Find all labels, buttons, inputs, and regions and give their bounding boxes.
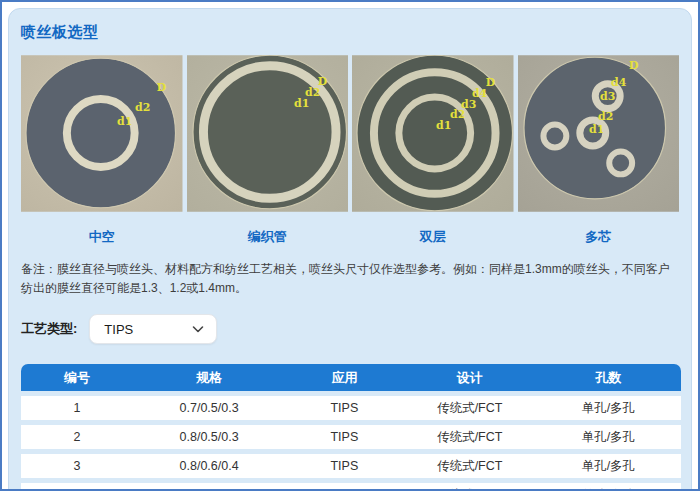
caption-double-layer: 双层 xyxy=(352,228,514,246)
annotation-D: D xyxy=(486,76,496,89)
app-frame: 喷丝板选型 D d2 d1 xyxy=(0,0,700,491)
col-header-holes: 孔数 xyxy=(536,369,681,387)
spinneret-photo-multi-core: D d4 d3 d2 d1 xyxy=(518,55,680,212)
annotation-d4: d4 xyxy=(611,76,627,89)
caption-hollow: 中空 xyxy=(21,228,183,246)
cell-design: 传统式/FCT xyxy=(404,487,536,491)
page-title: 喷丝板选型 xyxy=(21,23,679,42)
spinneret-gallery: D d2 d1 D d2 d1 xyxy=(21,55,679,212)
annotation-d1: d1 xyxy=(294,97,309,110)
caption-multi-core: 多芯 xyxy=(518,228,680,246)
cell-spec: 0.7/0.5/0.3 xyxy=(133,401,285,415)
caption-braided: 编织管 xyxy=(187,228,349,246)
cell-number: 3 xyxy=(21,459,133,473)
cell-holes: 单孔/多孔 xyxy=(536,429,681,446)
col-header-design: 设计 xyxy=(404,369,536,387)
cell-spec: 0.8/0.6/0.4 xyxy=(133,459,285,473)
table-row: 2 0.8/0.5/0.3 TIPS 传统式/FCT 单孔/多孔 xyxy=(21,425,681,449)
col-header-application: 应用 xyxy=(285,369,404,387)
spinneret-photo-hollow: D d2 d1 xyxy=(21,55,183,212)
annotation-d3: d3 xyxy=(600,90,615,103)
table-row: 4 1.0/0.8/0.5 TIPS 传统式/FCT 单孔/多孔 xyxy=(21,483,681,491)
spinneret-photo-double-layer: D d4 d3 d2 d1 xyxy=(352,55,514,212)
annotation-d2: d2 xyxy=(598,110,613,123)
cell-spec: 0.8/0.5/0.3 xyxy=(133,430,285,444)
spinneret-photo-braided: D d2 d1 xyxy=(187,55,349,212)
cell-number: 1 xyxy=(21,401,133,415)
annotation-d2: d2 xyxy=(135,101,150,114)
col-header-number: 编号 xyxy=(21,369,133,387)
cell-design: 传统式/FCT xyxy=(404,458,536,475)
gallery-captions: 中空 编织管 双层 多芯 xyxy=(21,228,679,246)
content-panel: 喷丝板选型 D d2 d1 xyxy=(8,8,692,491)
spec-table: 编号 规格 应用 设计 孔数 1 0.7/0.5/0.3 TIPS 传统式/FC… xyxy=(21,364,681,491)
annotation-D: D xyxy=(157,81,167,94)
cell-holes: 单孔/多孔 xyxy=(536,487,681,491)
table-row: 3 0.8/0.6/0.4 TIPS 传统式/FCT 单孔/多孔 xyxy=(21,454,681,478)
col-header-spec: 规格 xyxy=(133,369,285,387)
annotation-d1: d1 xyxy=(436,119,451,132)
cell-application: TIPS xyxy=(285,401,404,415)
process-type-row: 工艺类型: TIPS xyxy=(21,314,679,344)
cell-design: 传统式/FCT xyxy=(404,400,536,417)
cell-holes: 单孔/多孔 xyxy=(536,458,681,475)
cell-application: TIPS xyxy=(285,459,404,473)
annotation-D: D xyxy=(628,59,638,72)
cell-design: 传统式/FCT xyxy=(404,429,536,446)
annotation-d1: d1 xyxy=(589,123,604,136)
chevron-down-icon xyxy=(192,325,204,334)
table-header-row: 编号 规格 应用 设计 孔数 xyxy=(21,364,681,391)
cell-holes: 单孔/多孔 xyxy=(536,400,681,417)
process-type-selected-value: TIPS xyxy=(104,322,192,337)
cell-application: TIPS xyxy=(285,430,404,444)
cell-number: 2 xyxy=(21,430,133,444)
process-type-select[interactable]: TIPS xyxy=(89,314,217,344)
annotation-d2: d2 xyxy=(450,108,465,121)
table-row: 1 0.7/0.5/0.3 TIPS 传统式/FCT 单孔/多孔 xyxy=(21,396,681,420)
process-type-label: 工艺类型: xyxy=(21,320,77,338)
annotation-d1: d1 xyxy=(117,115,132,128)
note-text: 备注：膜丝直径与喷丝头、材料配方和纺丝工艺相关，喷丝头尺寸仅作选型参考。例如：同… xyxy=(21,260,679,298)
